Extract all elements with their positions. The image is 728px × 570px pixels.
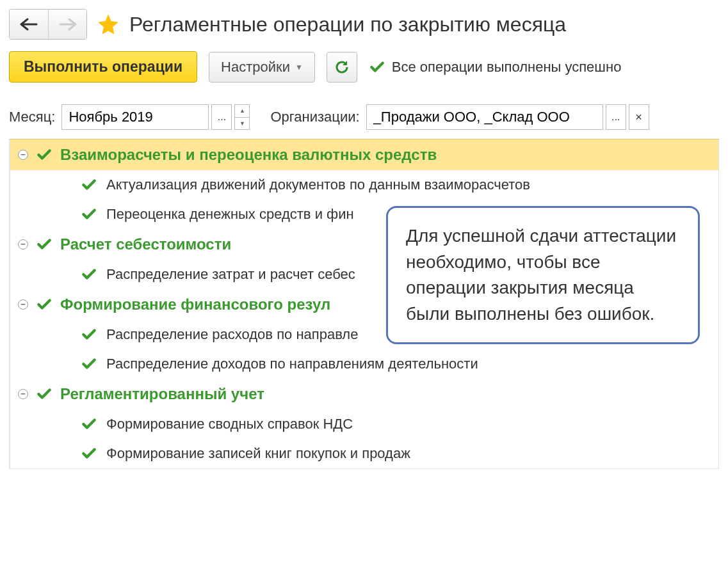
group-title: Расчет себестоимости <box>60 235 231 253</box>
tree-group-header[interactable]: −Регламентированный учет <box>10 379 718 409</box>
back-button[interactable] <box>10 10 48 39</box>
nav-buttons <box>9 9 87 40</box>
check-icon <box>36 386 53 402</box>
org-select-button[interactable]: ... <box>606 104 626 130</box>
check-icon <box>81 177 97 193</box>
check-icon <box>81 416 97 432</box>
month-input[interactable] <box>61 104 209 130</box>
check-icon <box>369 59 385 75</box>
status-row: Все операции выполнены успешно <box>369 59 622 75</box>
org-label: Организации: <box>270 109 359 125</box>
tree-item[interactable]: Распределение доходов по направлениям де… <box>10 349 718 379</box>
refresh-button[interactable] <box>327 52 357 83</box>
item-label: Распределение затрат и расчет себес <box>106 266 355 283</box>
callout-text: Для успешной сдачи аттестации необходимо… <box>406 226 676 324</box>
item-label: Распределение доходов по направлениям де… <box>106 356 478 372</box>
check-icon <box>36 296 53 313</box>
item-label: Актуализация движений документов по данн… <box>106 177 530 193</box>
item-label: Формирование сводных справок НДС <box>106 416 353 432</box>
group-title: Регламентированный учет <box>60 385 264 403</box>
collapse-icon[interactable]: − <box>18 389 28 399</box>
collapse-icon[interactable]: − <box>18 299 28 310</box>
execute-button[interactable]: Выполнить операции <box>9 51 197 83</box>
check-icon <box>36 236 53 253</box>
tree-item[interactable]: Актуализация движений документов по данн… <box>10 170 718 200</box>
item-label: Переоценка денежных средств и фин <box>106 206 354 223</box>
settings-label: Настройки <box>221 59 290 75</box>
page-title: Регламентные операции по закрытию месяца <box>129 13 566 36</box>
group-title: Взаиморасчеты и переоценка валютных сред… <box>60 146 437 164</box>
check-icon <box>81 206 97 223</box>
forward-button[interactable] <box>48 10 86 39</box>
check-icon <box>81 326 97 343</box>
collapse-icon[interactable]: − <box>18 239 28 249</box>
check-icon <box>81 266 97 283</box>
month-down-button[interactable]: ▼ <box>235 117 249 130</box>
settings-button[interactable]: Настройки ▼ <box>209 52 315 83</box>
favorite-star-icon[interactable] <box>96 12 120 36</box>
org-input[interactable] <box>366 104 603 130</box>
item-label: Формирование записей книг покупок и прод… <box>106 445 410 462</box>
tree-item[interactable]: Формирование записей книг покупок и прод… <box>10 439 718 468</box>
item-label: Распределение расходов по направле <box>106 326 358 343</box>
month-spinner: ▲ ▼ <box>234 104 250 130</box>
header-bar: Регламентные операции по закрытию месяца <box>9 9 719 40</box>
arrow-left-icon <box>20 18 38 31</box>
tree-item[interactable]: Формирование сводных справок НДС <box>10 409 718 439</box>
arrow-right-icon <box>59 18 77 31</box>
info-callout: Для успешной сдачи аттестации необходимо… <box>386 206 700 344</box>
tree-group: −Регламентированный учетФормирование сво… <box>10 379 718 468</box>
collapse-icon[interactable]: − <box>18 150 28 160</box>
filter-row: Месяц: ... ▲ ▼ Организации: ... × <box>9 104 719 130</box>
org-clear-button[interactable]: × <box>629 104 649 130</box>
status-text: Все операции выполнены успешно <box>392 59 622 75</box>
check-icon <box>81 445 97 462</box>
group-title: Формирование финансового резул <box>60 296 330 313</box>
check-icon <box>81 356 97 372</box>
tree-group-header[interactable]: −Взаиморасчеты и переоценка валютных сре… <box>10 139 718 170</box>
check-icon <box>36 146 53 163</box>
refresh-icon <box>334 59 350 75</box>
month-select-button[interactable]: ... <box>211 104 232 130</box>
month-label: Месяц: <box>9 109 55 125</box>
toolbar: Выполнить операции Настройки ▼ Все опера… <box>9 51 719 83</box>
chevron-down-icon: ▼ <box>295 63 303 72</box>
month-up-button[interactable]: ▲ <box>235 105 249 117</box>
